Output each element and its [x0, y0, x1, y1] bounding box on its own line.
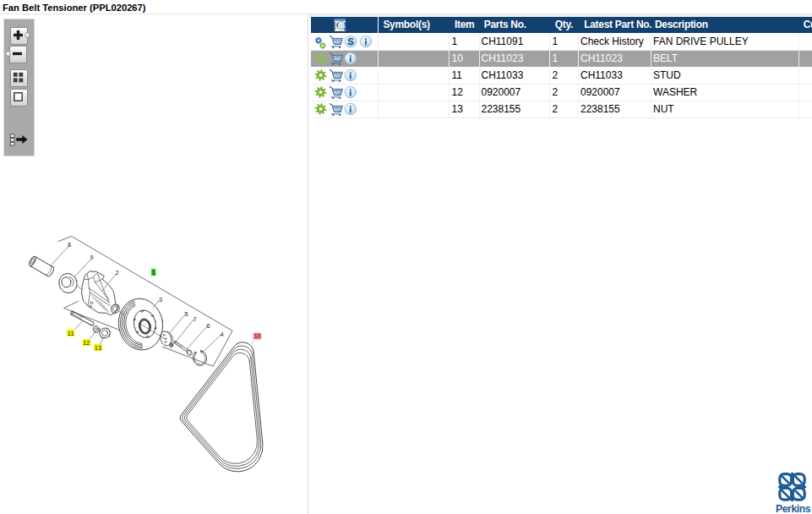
svg-text:6: 6 — [206, 322, 210, 330]
svg-text:Perkins: Perkins — [776, 503, 811, 514]
svg-text:5: 5 — [184, 310, 188, 318]
svg-text:9: 9 — [90, 254, 93, 261]
svg-text:12: 12 — [83, 339, 90, 347]
svg-text:3: 3 — [159, 296, 162, 303]
svg-text:8: 8 — [68, 241, 71, 249]
svg-text:10: 10 — [253, 332, 260, 340]
svg-text:S: S — [347, 36, 353, 46]
svg-text:2: 2 — [115, 269, 118, 276]
svg-text:1: 1 — [152, 269, 155, 276]
svg-text:4: 4 — [220, 331, 223, 338]
svg-text:7: 7 — [193, 315, 196, 323]
svg-text:13: 13 — [95, 344, 101, 352]
svg-text:11: 11 — [68, 330, 74, 337]
